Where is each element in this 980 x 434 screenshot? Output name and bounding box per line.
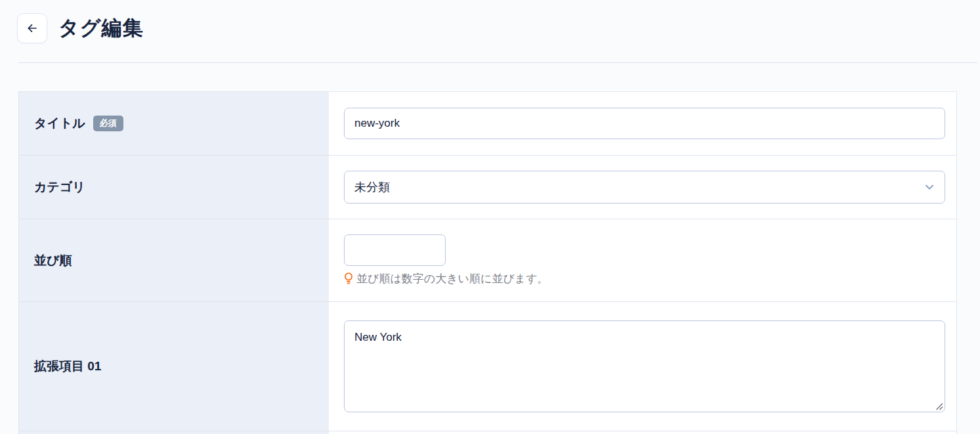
next-row-value-cell [329, 431, 956, 434]
sort-order-hint-text: 並び順は数字の大きい順に並びます。 [356, 271, 549, 286]
arrow-left-icon [26, 22, 39, 35]
sort-order-value-cell: 並び順は数字の大きい順に並びます。 [329, 219, 956, 301]
form-row-extended-01: 拡張項目 01 New York [19, 302, 956, 431]
category-label-cell: カテゴリ [19, 156, 329, 219]
extended-01-value-cell: New York [329, 302, 956, 431]
title-label: タイトル [34, 115, 85, 132]
sort-order-input[interactable] [344, 234, 446, 266]
page-header: タグ編集 [0, 0, 980, 43]
form-row-title: タイトル 必須 [19, 92, 956, 156]
extended-01-label: 拡張項目 01 [34, 358, 101, 375]
form-row-category: カテゴリ 未分類 [19, 156, 956, 219]
form-row-sort-order: 並び順 並び順は数字の大きい順に並びます。 [19, 219, 956, 302]
sort-order-hint: 並び順は数字の大きい順に並びます。 [344, 271, 549, 286]
sort-order-label-cell: 並び順 [19, 219, 329, 301]
title-value-cell [329, 92, 956, 155]
sort-order-label: 並び順 [34, 252, 72, 269]
category-select-wrap: 未分類 [344, 171, 945, 204]
extended-01-textarea[interactable]: New York [344, 320, 945, 412]
extended-01-label-cell: 拡張項目 01 [19, 302, 329, 431]
title-label-cell: タイトル 必須 [19, 92, 329, 155]
category-label: カテゴリ [34, 179, 85, 196]
header-divider [18, 62, 977, 63]
title-input[interactable] [344, 108, 945, 139]
category-value-cell: 未分類 [329, 156, 956, 219]
tag-edit-page: タグ編集 タイトル 必須 カテゴリ 未分類 [0, 0, 980, 434]
category-select[interactable]: 未分類 [344, 171, 945, 204]
extended-01-textarea-wrap: New York [344, 320, 945, 412]
resize-handle-icon[interactable] [935, 402, 943, 410]
back-button[interactable] [17, 13, 47, 43]
next-row-label-cell [19, 431, 329, 434]
page-title: タグ編集 [58, 14, 143, 42]
lightbulb-icon [344, 272, 353, 285]
required-badge: 必須 [93, 116, 123, 131]
form-row-next-partial [19, 431, 956, 434]
tag-edit-form: タイトル 必須 カテゴリ 未分類 [18, 91, 957, 434]
